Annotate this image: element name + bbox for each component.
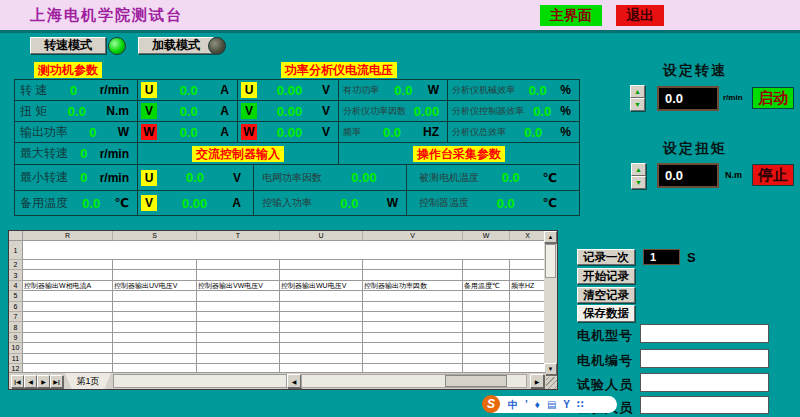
grid-cell[interactable] <box>197 260 280 270</box>
torque-setpoint-display[interactable]: 0.0 <box>657 163 719 188</box>
grid-cell[interactable] <box>280 354 363 364</box>
grid-cell[interactable] <box>463 343 510 353</box>
grid-cell[interactable] <box>510 260 546 270</box>
grid-cell[interactable] <box>363 312 463 322</box>
grid-cell[interactable] <box>463 302 510 312</box>
first-page-icon[interactable]: |◀ <box>11 375 24 388</box>
grid-cell[interactable] <box>363 260 463 270</box>
grid-cell[interactable] <box>113 333 197 343</box>
grid-cell[interactable] <box>363 354 463 364</box>
grid-cell[interactable] <box>510 312 546 322</box>
grid-cell[interactable] <box>113 302 197 312</box>
grid-cell[interactable] <box>510 343 546 353</box>
grid-cell[interactable] <box>23 354 113 364</box>
grid-column-header[interactable]: S <box>113 231 197 241</box>
grid-cell[interactable] <box>280 312 363 322</box>
grid-cell[interactable]: 控制器输出VW电压V <box>197 281 280 291</box>
grid-cell[interactable] <box>363 333 463 343</box>
grid-cell[interactable] <box>510 291 546 301</box>
grid-cell[interactable] <box>113 354 197 364</box>
grid-row-header[interactable]: 6 <box>9 302 23 312</box>
grid-cell[interactable] <box>510 322 546 332</box>
grid-cell[interactable] <box>113 343 197 353</box>
grid-column-header[interactable]: T <box>197 231 280 241</box>
grid-cell[interactable] <box>510 354 546 364</box>
grid-cell[interactable] <box>280 302 363 312</box>
grid-vertical-scrollbar[interactable]: ▲ ▼ <box>544 231 557 390</box>
grid-cell[interactable] <box>510 333 546 343</box>
grid-cell[interactable] <box>23 291 113 301</box>
grid-cell[interactable] <box>23 260 113 270</box>
last-page-icon[interactable]: ▶| <box>50 375 63 388</box>
grid-row-header[interactable]: 5 <box>9 291 23 301</box>
grid-cell[interactable] <box>463 260 510 270</box>
grid-row-header[interactable]: 9 <box>9 333 23 343</box>
grid-cell[interactable] <box>463 322 510 332</box>
grid-cell[interactable] <box>23 333 113 343</box>
scroll-up-icon[interactable]: ▲ <box>544 231 557 243</box>
start-button[interactable]: 启动 <box>752 87 794 109</box>
grid-cell[interactable] <box>463 291 510 301</box>
scroll-right-icon[interactable]: ▶ <box>530 374 544 388</box>
test-personnel-input[interactable] <box>640 373 769 392</box>
grid-cell[interactable] <box>363 270 463 280</box>
motor-number-input[interactable] <box>640 349 769 368</box>
grid-cell[interactable]: 频率HZ <box>510 281 546 291</box>
grid-row-header[interactable]: 3 <box>9 270 23 280</box>
grid-cell[interactable] <box>23 343 113 353</box>
grid-cell[interactable] <box>113 322 197 332</box>
grid-row-header[interactable]: 10 <box>9 343 23 353</box>
grid-cell[interactable] <box>197 322 280 332</box>
grid-cell[interactable] <box>197 333 280 343</box>
scrollbar-thumb[interactable] <box>445 375 507 387</box>
grid-cell[interactable] <box>463 354 510 364</box>
ime-toolbox-icon[interactable]: Y <box>563 396 570 413</box>
input-method-bar[interactable]: 中 ’ ♦ ▤ Y ∷ <box>486 396 617 413</box>
spinner-up-icon[interactable]: ▲ <box>630 85 645 98</box>
grid-cell[interactable] <box>280 270 363 280</box>
grid-cell[interactable] <box>23 322 113 332</box>
spinner-up-icon[interactable]: ▲ <box>631 163 646 176</box>
grid-cell[interactable] <box>113 270 197 280</box>
stop-button[interactable]: 停止 <box>752 164 794 186</box>
load-mode-button[interactable]: 加载模式 <box>138 37 214 54</box>
grid-cell[interactable] <box>280 322 363 332</box>
grid-cell[interactable] <box>363 302 463 312</box>
ime-voice-icon[interactable]: ♦ <box>535 396 540 413</box>
speed-setpoint-display[interactable]: 0.0 <box>657 86 719 111</box>
grid-cell[interactable]: 控制器输出功率因数 <box>363 281 463 291</box>
grid-cell[interactable]: 控制器输出WU电压V <box>280 281 363 291</box>
grid-cell[interactable] <box>510 270 546 280</box>
grid-column-header[interactable]: X <box>510 231 546 241</box>
ime-logo-icon[interactable]: S <box>482 395 500 413</box>
grid-row-header[interactable]: 1 <box>9 241 23 260</box>
grid-cell[interactable] <box>280 291 363 301</box>
grid-cell[interactable] <box>23 302 113 312</box>
grid-cell[interactable] <box>363 291 463 301</box>
record-once-button[interactable]: 记录一次 <box>577 249 635 265</box>
grid-cell[interactable] <box>510 302 546 312</box>
ime-punctuation-icon[interactable]: ’ <box>525 396 528 413</box>
grid-cell[interactable] <box>23 312 113 322</box>
grid-row-header[interactable]: 8 <box>9 322 23 332</box>
grid-horizontal-scrollbar[interactable] <box>301 374 527 388</box>
motor-model-input[interactable] <box>640 324 769 343</box>
grid-cell[interactable] <box>23 270 113 280</box>
start-record-button[interactable]: 开始记录 <box>577 268 635 284</box>
grid-cell[interactable] <box>197 343 280 353</box>
grid-cell[interactable] <box>113 312 197 322</box>
grid-cell[interactable] <box>197 312 280 322</box>
record-interval-display[interactable]: 1 <box>643 249 680 265</box>
grid-row-header[interactable]: 4 <box>9 281 23 291</box>
grid-cell[interactable] <box>463 312 510 322</box>
grid-cell[interactable] <box>23 241 546 260</box>
grid-row-header[interactable]: 7 <box>9 312 23 322</box>
next-page-icon[interactable]: ▶ <box>37 375 50 388</box>
scrollbar-thumb[interactable] <box>545 244 556 278</box>
grid-cell[interactable]: 控制器输出UV电压V <box>113 281 197 291</box>
grid-cell[interactable] <box>197 270 280 280</box>
grid-row-header[interactable]: 11 <box>9 354 23 364</box>
speed-mode-button[interactable]: 转速模式 <box>30 37 106 54</box>
prev-page-icon[interactable]: ◀ <box>24 375 37 388</box>
grid-cell[interactable] <box>197 302 280 312</box>
